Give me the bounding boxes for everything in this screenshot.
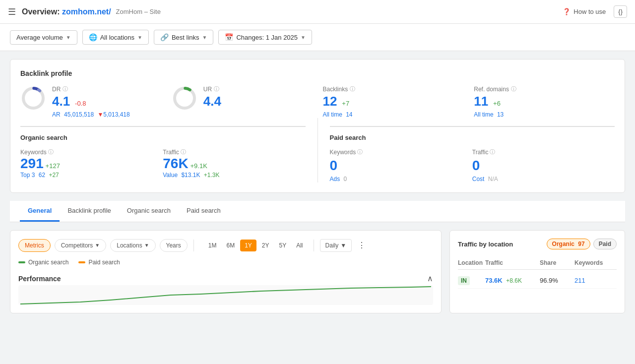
chart-toolbar: Metrics Competitors ▼ Locations ▼ Years … (18, 239, 433, 252)
chevron-down-icon: ▼ (144, 243, 149, 248)
daily-button[interactable]: Daily ▼ (320, 239, 352, 252)
backlinks-value: 12 (323, 94, 337, 109)
paid-stats-row: Keywords ⓘ 0 Ads 0 Traffic ⓘ (330, 148, 615, 182)
dr-info-icon[interactable]: ⓘ (63, 85, 68, 93)
toolbar-divider-2 (314, 240, 314, 251)
collapse-icon[interactable]: ∧ (427, 274, 433, 283)
toolbar: Average volume ▼ 🌐 All locations ▼ 🔗 Bes… (0, 24, 635, 51)
paid-keywords-info-icon[interactable]: ⓘ (357, 148, 363, 156)
backlink-metrics-row: DR ⓘ 4.1 -0.8 AR 45,015,518 ▼5,013,418 (20, 85, 615, 118)
time-all[interactable]: All (292, 240, 307, 251)
svg-rect-5 (18, 261, 25, 263)
traffic-info-icon[interactable]: ⓘ (181, 148, 186, 156)
calendar-icon: 📅 (225, 33, 233, 41)
backlink-profile-card: Backlink profile DR ⓘ 4 (10, 59, 625, 193)
ur-info-icon[interactable]: ⓘ (214, 85, 219, 93)
backlink-profile-title: Backlink profile (20, 69, 615, 77)
ref-domains-metric: Ref. domains ⓘ 11 +6 All time 13 (474, 85, 615, 118)
site-subtitle: ZomHom – Site (116, 8, 161, 15)
chevron-down-icon: ▼ (340, 242, 346, 249)
ar-value: 45,015,518 (64, 111, 94, 118)
avg-volume-button[interactable]: Average volume ▼ (10, 30, 77, 45)
tab-general[interactable]: General (20, 201, 60, 222)
table-row: IN 73.6K +8.6K 96.9% 211 (458, 273, 617, 289)
organic-top3: Top 3 62 +27 (20, 172, 163, 179)
time-buttons: 1M 6M 1Y 2Y 5Y All (204, 240, 308, 251)
paid-pill[interactable]: Paid (593, 239, 617, 249)
backlinks-metric: Backlinks ⓘ 12 +7 All time 14 (323, 85, 464, 118)
performance-header: Performance ∧ (18, 270, 433, 285)
question-icon: ❓ (563, 8, 571, 15)
hamburger-menu[interactable]: ☰ (8, 6, 16, 17)
dr-label: DR ⓘ (52, 85, 130, 93)
right-card-header: Traffic by location Organic 97 Paid (458, 239, 617, 249)
col-location-header: Location (458, 259, 485, 266)
ref-domains-value: 11 (474, 94, 488, 109)
organic-traffic-change: +9.1K (190, 162, 207, 170)
time-5y[interactable]: 5Y (275, 240, 291, 251)
paid-traffic: Traffic ⓘ 0 Cost N/A (472, 148, 615, 182)
organic-paid-pills: Organic 97 Paid (547, 239, 617, 249)
backlinks-label: Backlinks ⓘ (323, 85, 356, 93)
time-2y[interactable]: 2Y (257, 240, 274, 251)
best-links-button[interactable]: 🔗 Best links ▼ (154, 30, 214, 45)
tab-backlink-profile[interactable]: Backlink profile (60, 201, 119, 222)
col-keywords-header: Keywords (574, 259, 617, 266)
backlinks-change: +7 (342, 100, 349, 107)
ar-sub: AR 45,015,518 ▼5,013,418 (52, 111, 130, 118)
organic-search-label: Organic search (20, 126, 306, 141)
time-1y[interactable]: 1Y (240, 240, 256, 251)
metrics-chip[interactable]: Metrics (18, 239, 51, 252)
paid-search-label: Paid search (330, 126, 615, 141)
keywords-info-icon[interactable]: ⓘ (48, 148, 54, 156)
ref-domains-info-icon[interactable]: ⓘ (511, 85, 516, 93)
time-6m[interactable]: 6M (222, 240, 239, 251)
site-link[interactable]: zomhom.net/ (62, 7, 111, 16)
dr-donut-chart (20, 85, 46, 111)
chevron-down-icon: ▼ (66, 35, 71, 40)
svg-point-3 (175, 88, 194, 108)
paid-keywords: Keywords ⓘ 0 Ads 0 (330, 148, 472, 182)
years-chip[interactable]: Years (160, 239, 188, 252)
changes-button[interactable]: 📅 Changes: 1 Jan 2025 ▼ (218, 30, 312, 45)
page-title: Overview: zomhom.net/ (22, 7, 111, 16)
time-1m[interactable]: 1M (204, 240, 221, 251)
backlinks-info-icon[interactable]: ⓘ (350, 85, 355, 93)
tabs-bar: General Backlink profile Organic search … (10, 201, 625, 222)
col-traffic-header: Traffic (485, 259, 540, 266)
keywords-cell: 211 (574, 277, 617, 284)
competitors-chip[interactable]: Competitors ▼ (55, 239, 107, 252)
ref-domains-change: +6 (493, 100, 501, 107)
organic-search-section: Organic search Keywords ⓘ 291 +127 Top 3 (20, 118, 318, 182)
ur-label: UR ⓘ (203, 85, 221, 93)
ur-donut-chart (172, 85, 197, 111)
location-cell: IN (458, 277, 485, 284)
organic-keywords-value: 291 (20, 156, 44, 171)
paid-traffic-value: 0 (472, 158, 615, 174)
tab-paid-search[interactable]: Paid search (179, 201, 229, 222)
dr-change: -0.8 (75, 100, 86, 107)
col-share-header: Share (540, 259, 574, 266)
code-button[interactable]: {} (614, 5, 627, 18)
backlinks-all-time: All time 14 (323, 111, 356, 118)
more-options-button[interactable]: ⋮ (356, 239, 368, 252)
how-to-use-link[interactable]: ❓ How to use (563, 8, 606, 15)
paid-search-section: Paid search Keywords ⓘ 0 Ads 0 (318, 118, 615, 182)
traffic-by-location-title: Traffic by location (458, 241, 513, 248)
main-content: Backlink profile DR ⓘ 4 (0, 51, 635, 321)
organic-pill[interactable]: Organic 97 (547, 239, 590, 249)
paid-traffic-info-icon[interactable]: ⓘ (490, 148, 495, 156)
all-locations-button[interactable]: 🌐 All locations ▼ (82, 30, 149, 45)
organic-value: Value $13.1K +1.3K (163, 172, 305, 179)
locations-chip[interactable]: Locations ▼ (110, 239, 155, 252)
traffic-cell: 73.6K +8.6K (485, 277, 540, 284)
svg-rect-6 (78, 261, 85, 263)
paid-cost: Cost N/A (472, 176, 615, 182)
tab-organic-search[interactable]: Organic search (119, 201, 179, 222)
link-icon: 🔗 (160, 33, 169, 41)
dr-metric: DR ⓘ 4.1 -0.8 AR 45,015,518 ▼5,013,418 (20, 85, 161, 118)
ur-value: 4.4 (203, 94, 221, 109)
chart-area (18, 285, 433, 305)
paid-legend: Paid search (78, 259, 120, 266)
paid-ads: Ads 0 (330, 176, 472, 182)
